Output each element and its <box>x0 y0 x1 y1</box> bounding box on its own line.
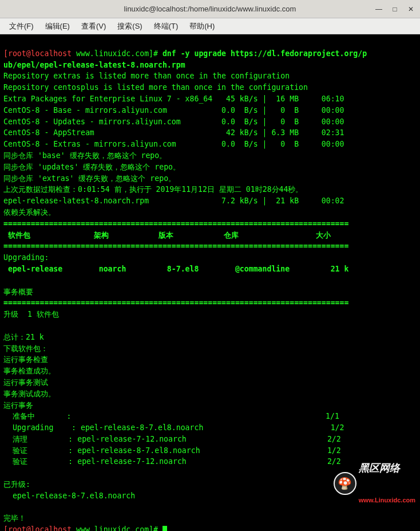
menu-search[interactable]: 搜索(S) <box>112 19 148 34</box>
minimize-button[interactable]: — <box>374 5 383 14</box>
command-text-line2: ub/epel/epel-release-latest-8.noarch.rpm <box>3 61 185 69</box>
terminal-body[interactable]: [root@localhost www.linuxidc.com]# dnf -… <box>0 34 420 531</box>
menu-edit[interactable]: 编辑(E) <box>39 19 76 34</box>
watermark-mushroom-icon: 🍄 <box>334 472 356 495</box>
output-line: 升级 1 软件包 <box>3 310 59 318</box>
output-line: 运行事务检查 <box>3 355 48 364</box>
menubar: 文件(F) 编辑(E) 查看(V) 搜索(S) 终端(T) 帮助(H) <box>0 18 420 34</box>
watermark-cn: 黑区网络 <box>359 463 415 474</box>
prompt-user: [root@localhost <box>3 49 72 58</box>
window-controls: — □ ✕ <box>374 5 415 14</box>
output-line: 依赖关系解决。 <box>3 208 56 217</box>
maximize-button[interactable]: □ <box>390 5 399 14</box>
output-line: CentOS-8 - Base - mirrors.aliyun.com 0.0… <box>3 106 344 115</box>
watermark-text: 黑区网络 www.Linuxidc.com <box>359 440 415 526</box>
output-line: CentOS-8 - AppStream 42 kB/s | 6.3 MB 02… <box>3 128 344 137</box>
output-line: CentOS-8 - Extras - mirrors.aliyun.com 0… <box>3 140 344 148</box>
output-line: 事务测试成功。 <box>3 390 56 398</box>
output-line: Extra Packages for Enterprise Linux 7 - … <box>3 95 344 103</box>
output-line: 已升级: <box>3 480 30 489</box>
output-line: 下载软件包： <box>3 344 48 353</box>
output-line: 上次元数据过期检查：0:01:54 前，执行于 2019年11月12日 星期二 … <box>3 185 303 194</box>
cursor <box>163 526 167 531</box>
menu-terminal[interactable]: 终端(T) <box>148 19 184 34</box>
output-line: Repository centosplus is listed more tha… <box>3 83 308 92</box>
output-line: 事务检查成功。 <box>3 367 56 375</box>
titlebar: linuxidc@localhost:/home/linuxidc/www.li… <box>0 0 420 18</box>
output-line: CentOS-8 - Updates - mirrors.aliyun.com … <box>3 117 344 126</box>
menu-file[interactable]: 文件(F) <box>3 19 39 34</box>
output-line: epel-release-8-7.el8.noarch <box>3 491 135 500</box>
terminal-window: linuxidc@localhost:/home/linuxidc/www.li… <box>0 0 420 531</box>
close-button[interactable]: ✕ <box>406 5 415 14</box>
output-line: Upgrading: <box>3 253 49 262</box>
transaction-line: 验证 : epel-release-8-7.el8.noarch 1/2 <box>3 446 341 455</box>
separator-line: ========================================… <box>3 242 348 250</box>
transaction-line: 准备中 : 1/1 <box>3 412 339 420</box>
output-line: 同步仓库 'updates' 缓存失败，忽略这个 repo。 <box>3 163 180 171</box>
menu-view[interactable]: 查看(V) <box>76 19 112 34</box>
output-line: 同步仓库 'base' 缓存失败，忽略这个 repo。 <box>3 151 167 160</box>
output-line: epel-release-latest-8.noarch.rpm 7.2 kB/… <box>3 196 344 205</box>
prompt-cwd: www.linuxidc.com]# <box>72 525 163 531</box>
output-line: 总计：21 k <box>3 333 44 341</box>
output-line: 同步仓库 'extras' 缓存失败，忽略这个 repo。 <box>3 174 176 183</box>
terminal-line: [root@localhost www.linuxidc.com]# dnf -… <box>3 49 367 58</box>
watermark: 🍄 黑区网络 www.Linuxidc.com <box>334 440 415 526</box>
output-line: 完毕！ <box>3 514 26 522</box>
window-title: linuxidc@localhost:/home/linuxidc/www.li… <box>124 5 296 13</box>
output-line: 事务概要 <box>3 288 33 296</box>
transaction-line: 验证 : epel-release-7-12.noarch 2/2 <box>3 457 341 466</box>
menu-help[interactable]: 帮助(H) <box>184 19 220 34</box>
output-line: 运行事务测试 <box>3 378 48 387</box>
prompt-user: [root@localhost <box>3 525 72 531</box>
transaction-line: Upgrading : epel-release-8-7.el8.noarch … <box>3 423 344 432</box>
transaction-line: 清理 : epel-release-7-12.noarch 2/2 <box>3 435 341 443</box>
separator-line: ========================================… <box>3 298 348 307</box>
table-row: epel-release noarch 8-7.el8 @commandline… <box>3 265 348 273</box>
table-header: 软件包 架构 版本 仓库 大小 <box>3 231 331 239</box>
output-line: 运行事务 <box>3 401 33 410</box>
command-text: dnf -y upgrade https://dl.fedoraproject.… <box>163 49 367 58</box>
prompt-line: [root@localhost www.linuxidc.com]# <box>3 525 167 531</box>
separator-line: ========================================… <box>3 219 348 228</box>
output-line: Repository extras is listed more than on… <box>3 72 290 80</box>
prompt-cwd: www.linuxidc.com]# <box>72 49 163 58</box>
watermark-url: www.Linuxidc.com <box>359 497 415 504</box>
